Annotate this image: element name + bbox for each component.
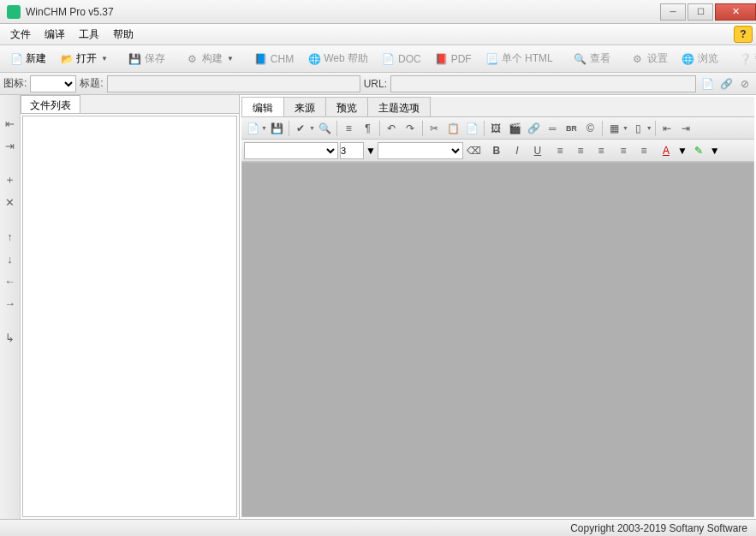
- icon-select[interactable]: [30, 75, 76, 92]
- clear-format-icon[interactable]: ⌫: [465, 142, 484, 159]
- media-icon[interactable]: 🎬: [506, 120, 524, 137]
- property-bar: 图标: 标题: URL: 📄 🔗 ⊘: [0, 73, 756, 95]
- outdent-icon[interactable]: ⇤: [3, 116, 18, 131]
- image-icon[interactable]: 🖼: [487, 120, 505, 137]
- save-button[interactable]: 💾保存: [122, 48, 171, 69]
- copyright-text: Copyright 2003-2019 Softany Software: [570, 522, 747, 534]
- web-icon: 🌐: [307, 52, 321, 66]
- url-link-icon[interactable]: 🔗: [718, 76, 734, 92]
- icon-label: 图标:: [3, 76, 27, 91]
- hr-icon[interactable]: ═: [544, 120, 562, 137]
- movedown-icon[interactable]: ↓: [3, 251, 18, 266]
- tab-theme[interactable]: 主题选项: [367, 97, 431, 116]
- web-button[interactable]: 🌐Web 帮助: [301, 48, 374, 69]
- maximize-button[interactable]: [688, 3, 713, 21]
- html-button[interactable]: 📃单个 HTML: [479, 48, 559, 69]
- align-icon[interactable]: ≡: [340, 120, 358, 137]
- view-icon: 🔍: [574, 52, 587, 66]
- cell-icon[interactable]: ▯: [629, 120, 647, 137]
- delete-icon[interactable]: ✕: [3, 194, 18, 210]
- url-label: URL:: [364, 78, 387, 90]
- menu-help[interactable]: 帮助: [106, 25, 140, 45]
- menu-file[interactable]: 文件: [3, 25, 38, 45]
- copyright-icon[interactable]: ©: [581, 120, 599, 137]
- fontcolor-icon[interactable]: A: [657, 142, 676, 159]
- doc-icon[interactable]: 📄: [244, 120, 262, 137]
- view-button[interactable]: 🔍查看: [568, 48, 616, 69]
- save-icon[interactable]: 💾: [268, 120, 286, 137]
- pdf-icon: 📕: [435, 52, 449, 66]
- settings-icon: ⚙: [631, 52, 645, 66]
- cut-icon[interactable]: ✂: [426, 120, 443, 137]
- paragraph-icon[interactable]: ¶: [359, 120, 377, 137]
- html-label: 单个 HTML: [502, 51, 553, 66]
- tab-filelist[interactable]: 文件列表: [21, 95, 80, 113]
- settings-label: 设置: [647, 51, 668, 66]
- pdf-button[interactable]: 📕PDF: [429, 49, 478, 69]
- copy-icon[interactable]: 📋: [444, 120, 462, 137]
- url-clear-icon[interactable]: ⊘: [737, 76, 753, 92]
- editor-tabs: 编辑 来源 预览 主题选项: [241, 97, 754, 117]
- editor-toolbar-2: ▼ ⌫ B I U ≡ ≡ ≡ ≡ ≡ A▼ ✎▼: [241, 140, 754, 162]
- moveleft-icon[interactable]: ←: [3, 273, 18, 289]
- save-icon: 💾: [128, 52, 142, 66]
- numlist-icon[interactable]: ≡: [614, 142, 633, 159]
- underline-icon[interactable]: U: [528, 142, 547, 159]
- insert-icon[interactable]: ↳: [3, 330, 18, 345]
- help-icon[interactable]: ?: [734, 26, 753, 43]
- title-input[interactable]: [107, 75, 360, 92]
- redo-icon[interactable]: ↷: [402, 120, 420, 137]
- build-button[interactable]: ⚙构建▼: [180, 48, 240, 69]
- window-buttons: [658, 3, 756, 21]
- url-input[interactable]: [390, 75, 696, 92]
- paste-icon[interactable]: 📄: [463, 120, 481, 137]
- right-pane: 编辑 来源 预览 主题选项 📄▼ 💾 ✔▼ 🔍 ≡ ¶ ↶ ↷ ✂ 📋 📄 🖼 …: [240, 95, 756, 519]
- window-titlebar: WinCHM Pro v5.37: [0, 0, 756, 24]
- editor-canvas[interactable]: [241, 162, 754, 517]
- tab-edit[interactable]: 编辑: [241, 97, 284, 116]
- browse-button[interactable]: 🌐浏览: [676, 48, 724, 69]
- new-button[interactable]: 📄新建: [3, 48, 52, 69]
- bold-icon[interactable]: B: [487, 142, 506, 159]
- spellcheck-icon[interactable]: ✔: [292, 120, 310, 137]
- open-button[interactable]: 📂打开▼: [54, 48, 114, 69]
- add-icon[interactable]: ＋: [3, 172, 18, 188]
- close-button[interactable]: [715, 3, 756, 21]
- align-left-icon[interactable]: ≡: [551, 142, 569, 159]
- align-right-icon[interactable]: ≡: [592, 142, 610, 159]
- undo-icon[interactable]: ↶: [383, 120, 401, 137]
- html-icon: 📃: [485, 52, 499, 66]
- link-icon[interactable]: 🔗: [525, 120, 543, 137]
- pdf-label: PDF: [451, 53, 472, 65]
- minimize-button[interactable]: [660, 3, 686, 21]
- moveright-icon[interactable]: →: [3, 295, 18, 311]
- menu-tools[interactable]: 工具: [72, 25, 106, 45]
- indent2-icon[interactable]: ⇥: [677, 120, 695, 137]
- br-label[interactable]: BR: [563, 120, 580, 137]
- help-icon-2: ❔: [739, 52, 753, 66]
- outdent2-icon[interactable]: ⇤: [658, 120, 676, 137]
- fontsize-input[interactable]: [340, 142, 364, 159]
- chm-label: CHM: [271, 53, 294, 65]
- doc-button[interactable]: 📄DOC: [376, 49, 427, 69]
- url-copy-icon[interactable]: 📄: [699, 76, 715, 92]
- menu-edit[interactable]: 编译: [38, 25, 72, 45]
- bullist-icon[interactable]: ≡: [634, 142, 653, 159]
- title-label: 标题:: [80, 76, 103, 91]
- tab-preview[interactable]: 预览: [325, 97, 368, 116]
- moveup-icon[interactable]: ↑: [3, 229, 18, 244]
- chm-button[interactable]: 📘CHM: [248, 49, 300, 69]
- find-icon[interactable]: 🔍: [316, 120, 334, 137]
- font-select[interactable]: [244, 142, 338, 159]
- italic-icon[interactable]: I: [508, 142, 527, 159]
- help-button[interactable]: ❔帮助: [733, 48, 756, 69]
- left-tabs: 文件列表: [21, 95, 239, 114]
- align-center-icon[interactable]: ≡: [571, 142, 590, 159]
- style-select[interactable]: [378, 142, 463, 159]
- indent-icon[interactable]: ⇥: [3, 138, 18, 153]
- tab-source[interactable]: 来源: [283, 97, 326, 116]
- file-tree[interactable]: [22, 116, 237, 517]
- bgcolor-icon[interactable]: ✎: [689, 142, 708, 159]
- table-icon[interactable]: ▦: [605, 120, 623, 137]
- settings-button[interactable]: ⚙设置: [625, 48, 674, 69]
